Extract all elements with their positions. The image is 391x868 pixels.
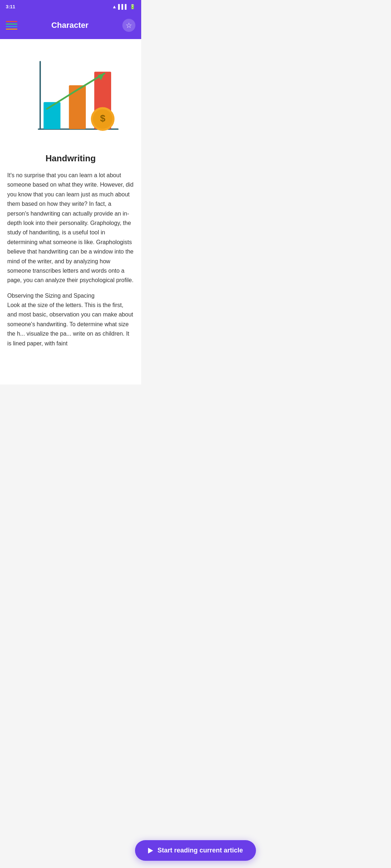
app-header: Character ☆ <box>0 13 141 39</box>
signal-icon: ▌▌▌ <box>118 4 128 9</box>
article-heading: Handwriting <box>7 153 134 163</box>
battery-icon: 🔋 <box>130 4 135 9</box>
hamburger-menu-button[interactable] <box>6 20 17 31</box>
page-title: Character <box>17 21 122 30</box>
article-content: $ Handwriting It's no surprise that you … <box>0 39 141 384</box>
subheading-text: Look at the size of the letters. This is… <box>7 302 133 346</box>
menu-line-1 <box>6 21 17 22</box>
menu-line-3 <box>6 26 17 27</box>
wifi-icon: ▲ <box>112 4 117 9</box>
chart-graphic: $ <box>20 54 121 144</box>
article-body-text: It's no surprise that you can learn a lo… <box>7 171 134 285</box>
subheading-label: Observing the Sizing and Spacing <box>7 293 94 299</box>
status-bar: 3:11 ▲ ▌▌▌ 🔋 <box>0 0 141 13</box>
svg-text:$: $ <box>100 113 105 124</box>
status-icons: ▲ ▌▌▌ 🔋 <box>112 4 135 9</box>
menu-line-4 <box>6 29 17 30</box>
svg-rect-3 <box>69 85 86 129</box>
article-image: $ <box>7 46 134 148</box>
article-subheading: Observing the Sizing and Spacing Look at… <box>7 291 134 348</box>
menu-line-2 <box>6 24 17 25</box>
status-time: 3:11 <box>6 4 15 9</box>
favorite-button[interactable]: ☆ <box>122 19 135 32</box>
